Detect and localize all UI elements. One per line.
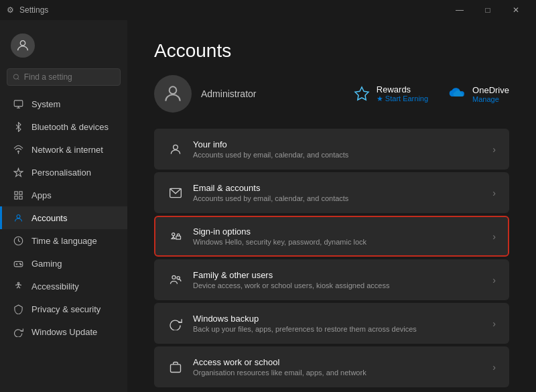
sidebar-item-accounts[interactable]: Accounts	[0, 206, 127, 229]
signin-chevron: ›	[492, 231, 496, 242]
svg-point-18	[20, 264, 21, 265]
sidebar-item-personalisation[interactable]: Personalisation	[0, 161, 127, 184]
family-text: Family & other users Device access, work…	[193, 270, 483, 289]
sidebar-label-network: Network & internet	[31, 145, 103, 155]
close-button[interactable]: ✕	[503, 0, 529, 20]
settings-list: Your info Accounts used by email, calend…	[154, 129, 509, 387]
backup-title: Windows backup	[193, 314, 483, 324]
personalisation-icon	[13, 167, 23, 178]
svg-rect-3	[14, 100, 23, 106]
signin-title: Sign-in options	[193, 226, 483, 237]
onedrive-sub: Manage	[472, 95, 509, 103]
email-desc: Accounts used by email, calendar, and co…	[193, 194, 483, 202]
email-chevron: ›	[492, 188, 496, 198]
sidebar-label-accounts: Accounts	[31, 213, 67, 223]
svg-point-6	[17, 151, 19, 152]
app-container: System Bluetooth & devices Network &	[0, 20, 536, 392]
your-info-text: Your info Accounts used by email, calend…	[193, 139, 483, 159]
search-box[interactable]	[7, 68, 121, 86]
svg-point-22	[174, 145, 178, 149]
settings-item-family[interactable]: Family & other users Device access, work…	[154, 259, 509, 300]
account-widgets: Rewards ★ Start Earning OneDrive Mana	[352, 84, 509, 103]
work-icon	[168, 359, 184, 375]
svg-point-24	[172, 233, 175, 235]
family-icon	[168, 272, 184, 288]
settings-item-signin[interactable]: Sign-in options Windows Hello, security …	[154, 216, 509, 257]
onedrive-label: OneDrive	[472, 85, 509, 95]
onedrive-widget[interactable]: OneDrive Manage	[448, 84, 509, 103]
your-info-title: Your info	[193, 139, 483, 149]
sidebar-item-bluetooth[interactable]: Bluetooth & devices	[0, 115, 127, 138]
page-title: Accounts	[154, 40, 509, 62]
rewards-icon	[352, 84, 371, 103]
backup-desc: Back up your files, apps, preferences to…	[193, 325, 483, 333]
settings-item-your-info[interactable]: Your info Accounts used by email, calend…	[154, 129, 509, 170]
work-text: Access work or school Organisation resou…	[193, 357, 483, 377]
work-chevron: ›	[492, 362, 496, 373]
backup-icon	[168, 316, 184, 332]
sidebar-label-accessibility: Accessibility	[31, 281, 79, 291]
minimize-button[interactable]: —	[446, 0, 473, 20]
settings-item-email[interactable]: Email & accounts Accounts used by email,…	[154, 172, 509, 213]
work-desc: Organisation resources like email, apps,…	[193, 369, 483, 377]
svg-line-2	[17, 78, 19, 80]
maximize-button[interactable]: □	[474, 0, 501, 20]
sidebar-item-system[interactable]: System	[0, 92, 127, 115]
search-icon	[13, 73, 20, 81]
privacy-icon	[13, 304, 23, 314]
backup-text: Windows backup Back up your files, apps,…	[193, 314, 483, 333]
account-avatar	[154, 75, 192, 113]
account-name: Administrator	[201, 88, 256, 99]
sidebar-label-apps: Apps	[31, 190, 52, 200]
signin-desc: Windows Hello, security key, password, d…	[193, 238, 483, 246]
email-text: Email & accounts Accounts used by email,…	[193, 183, 483, 202]
accessibility-icon	[13, 281, 23, 291]
rewards-sub: ★ Start Earning	[377, 94, 428, 103]
backup-chevron: ›	[492, 318, 496, 329]
email-title: Email & accounts	[193, 183, 483, 193]
signin-text: Sign-in options Windows Hello, security …	[193, 226, 483, 246]
time-icon	[13, 235, 23, 246]
sidebar-item-gaming[interactable]: Gaming	[0, 252, 127, 275]
family-chevron: ›	[492, 275, 496, 285]
signin-icon	[168, 228, 184, 245]
system-icon	[13, 99, 23, 109]
svg-point-20	[170, 86, 177, 94]
svg-rect-11	[19, 196, 21, 198]
sidebar-item-accessibility[interactable]: Accessibility	[0, 275, 127, 298]
svg-rect-10	[14, 196, 17, 198]
svg-rect-28	[171, 364, 181, 372]
rewards-widget[interactable]: Rewards ★ Start Earning	[352, 84, 428, 103]
sidebar-item-network[interactable]: Network & internet	[0, 138, 127, 161]
svg-marker-21	[355, 87, 368, 100]
sidebar-label-system: System	[31, 99, 60, 109]
sidebar-label-gaming: Gaming	[31, 259, 62, 269]
your-info-chevron: ›	[492, 144, 496, 155]
sidebar-item-apps[interactable]: Apps	[0, 184, 127, 206]
rewards-label: Rewards	[377, 84, 428, 94]
sidebar-nav: System Bluetooth & devices Network &	[0, 92, 127, 392]
family-desc: Device access, work or school users, kio…	[193, 281, 483, 289]
svg-rect-8	[14, 191, 17, 194]
sidebar-label-time: Time & language	[31, 236, 97, 246]
main-content: Accounts Administrator	[127, 20, 536, 392]
settings-item-work[interactable]: Access work or school Organisation resou…	[154, 346, 509, 387]
svg-point-0	[20, 41, 25, 46]
search-input[interactable]	[24, 72, 115, 82]
apps-icon	[13, 190, 23, 200]
rewards-text: Rewards ★ Start Earning	[377, 84, 428, 103]
account-avatar-icon	[162, 83, 184, 105]
svg-point-19	[17, 282, 19, 284]
settings-item-backup[interactable]: Windows backup Back up your files, apps,…	[154, 303, 509, 344]
family-title: Family & other users	[193, 270, 483, 280]
sidebar-label-update: Windows Update	[31, 327, 97, 337]
onedrive-text: OneDrive Manage	[472, 85, 509, 103]
sidebar-item-time[interactable]: Time & language	[0, 229, 127, 252]
sidebar-item-privacy[interactable]: Privacy & security	[0, 298, 127, 320]
onedrive-icon	[448, 84, 467, 103]
titlebar: ⚙ Settings — □ ✕	[0, 0, 536, 20]
your-info-icon	[168, 141, 184, 157]
accounts-icon	[13, 212, 23, 223]
sidebar-item-update[interactable]: Windows Update	[0, 320, 127, 343]
svg-rect-25	[176, 236, 181, 239]
